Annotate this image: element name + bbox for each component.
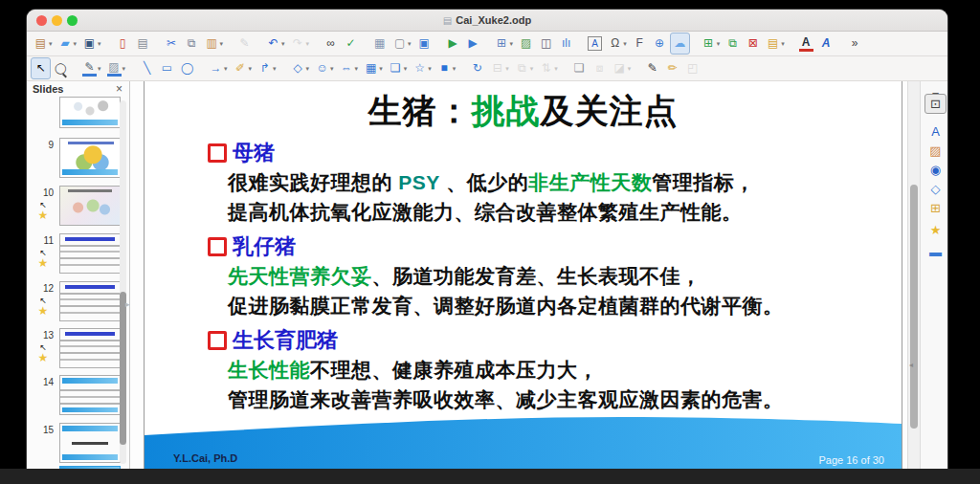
navigator-deck-icon[interactable]: ◉ — [924, 160, 947, 180]
properties-deck-icon[interactable]: ⊡ — [924, 94, 947, 114]
slide-thumbnail-12[interactable]: 12↖★ — [27, 281, 129, 321]
body-text-line[interactable]: 提高机体抗氧化应激能力、综合改善整体繁殖生产性能。 — [208, 197, 878, 227]
export-pdf-button[interactable]: ▯ — [113, 33, 133, 55]
body-text-line[interactable]: 先天性营养欠妥、肠道功能发育差、生长表现不佳， — [208, 261, 878, 291]
panel-splitter-arrow[interactable]: ▸ — [125, 299, 130, 309]
slide-title[interactable]: 生猪：挑战及关注点 — [145, 89, 902, 134]
clone-formatting-button[interactable]: ✎ — [234, 33, 255, 55]
main-scrollbar[interactable]: ◂ — [907, 81, 921, 469]
display-grid-button[interactable]: ▦ — [369, 33, 390, 55]
main-scrollbar-thumb[interactable] — [910, 185, 918, 429]
print-button[interactable]: ▤ — [133, 33, 153, 55]
master-slides-deck-icon[interactable]: ▬ — [924, 242, 947, 262]
align-objects-button[interactable]: ⊟ — [487, 57, 512, 79]
display-views-button[interactable]: ▢ — [390, 33, 414, 55]
curves-and-polygons-button[interactable]: ✐ — [231, 57, 256, 79]
rectangle-button[interactable]: ▭ — [157, 57, 177, 79]
body-text-line[interactable]: 促进肠黏膜正常发育、调整好肠道内各定植菌群的代谢平衡。 — [208, 291, 878, 320]
select-button[interactable]: ↖ — [31, 57, 51, 79]
ellipse-button[interactable]: ◯ — [177, 57, 197, 79]
section-heading[interactable]: 生长育肥猪 — [208, 326, 878, 355]
more-toolbar-options-button[interactable]: » — [845, 33, 865, 55]
fontwork-button[interactable]: F — [630, 33, 650, 55]
slide-thumbnail-9[interactable]: 9 — [27, 138, 129, 178]
slide-thumbnail-10[interactable]: 10↖★ — [27, 186, 129, 226]
distribute-button[interactable]: ⇅ — [536, 57, 561, 79]
crop-image-button[interactable]: ⧈ — [590, 57, 610, 79]
normal-view-button[interactable]: ▣ — [414, 33, 434, 55]
lines-and-arrows-button[interactable]: → — [206, 57, 231, 79]
minimize-window-button[interactable] — [52, 15, 62, 26]
body-text-line[interactable]: 很难实践好理想的 PSY 、低少的非生产性天数管理指标， — [208, 167, 878, 197]
slide-thumbnail-image[interactable] — [59, 233, 121, 274]
slide-thumbnail-image[interactable] — [59, 375, 121, 415]
open-button[interactable]: ▰ — [56, 33, 80, 55]
paste-button[interactable]: ▥ — [202, 33, 227, 55]
slide-thumbnail-image[interactable] — [59, 138, 121, 178]
new-slide-button[interactable]: ⊞ — [699, 33, 724, 55]
gallery-deck-icon[interactable]: ▨ — [924, 141, 947, 161]
font-color-button[interactable]: A — [796, 33, 816, 55]
insert-image-button[interactable]: ▨ — [516, 33, 536, 55]
3d-objects-button[interactable]: ■ — [434, 57, 459, 79]
insert-table-button[interactable]: ⊞ — [492, 33, 517, 55]
show-draw-functions-button[interactable]: ☁ — [670, 33, 690, 55]
zoom-button[interactable]: ◯ — [51, 57, 71, 79]
slide-canvas[interactable]: 生猪：挑战及关注点 母猪很难实践好理想的 PSY 、低少的非生产性天数管理指标，… — [144, 81, 902, 469]
body-text-line[interactable]: 管理肠道来改善营养吸收效率、减少主客观应激因素的危害。 — [208, 385, 878, 414]
find-and-replace-button[interactable]: ∞ — [321, 33, 341, 55]
sidebar-collapse-arrow[interactable]: ◂ — [909, 361, 913, 369]
shadow-button[interactable]: ❏ — [569, 57, 590, 79]
section-heading[interactable]: 母猪 — [208, 139, 878, 167]
flowchart-shapes-button[interactable]: ▦ — [361, 57, 386, 79]
symbol-shapes-button[interactable]: ☺ — [312, 57, 337, 79]
body-text-line[interactable]: 生长性能不理想、健康养殖成本压力大， — [208, 355, 878, 385]
slide-thumbnail-11[interactable]: 11↖★ — [27, 233, 129, 274]
rotate-button[interactable]: ↻ — [467, 57, 487, 79]
basic-shapes-button[interactable]: ◇ — [288, 57, 313, 79]
insert-chart-button[interactable]: ılı — [556, 33, 576, 55]
edit-points-button[interactable]: ✎ — [642, 57, 662, 79]
shapes-deck-icon[interactable]: ◇ — [924, 179, 947, 199]
slide-transition-deck-icon[interactable]: ⊞ — [924, 198, 947, 218]
redo-button[interactable]: ↷ — [288, 33, 313, 55]
slide-thumbnail-13[interactable]: 13↖★ — [27, 328, 129, 368]
toggle-extrusion-button[interactable]: ◰ — [682, 57, 702, 79]
slide-thumbnail-image[interactable] — [59, 423, 121, 463]
slide-thumbnail-image[interactable] — [59, 186, 121, 226]
slide-thumbnail-image[interactable] — [59, 281, 121, 321]
star-shapes-button[interactable]: ☆ — [410, 57, 434, 79]
maximize-window-button[interactable] — [67, 15, 78, 26]
spelling-button[interactable]: ✓ — [341, 33, 361, 55]
slides-panel-scrollbar[interactable] — [120, 100, 126, 464]
connectors-button[interactable]: ↱ — [255, 57, 279, 79]
new-document-button[interactable]: ▤ — [31, 33, 56, 55]
close-window-button[interactable] — [36, 15, 47, 26]
callout-shapes-button[interactable]: ❏ — [386, 57, 411, 79]
styles-deck-icon[interactable]: A — [924, 121, 947, 142]
hyperlink-button[interactable]: ⊕ — [650, 33, 670, 55]
slide-thumbnail-image[interactable] — [59, 328, 121, 368]
slide-thumbnail-15[interactable]: 15 — [27, 423, 129, 463]
slides-panel-close-icon[interactable]: × — [116, 82, 122, 96]
save-button[interactable]: ▣ — [79, 33, 104, 55]
image-filter-button[interactable]: ◪ — [610, 57, 635, 79]
slide-properties-button[interactable]: ▤ — [763, 33, 788, 55]
start-from-current-slide-button[interactable]: ▶ — [463, 33, 483, 55]
delete-slide-button[interactable]: ⊠ — [743, 33, 763, 55]
block-arrows-button[interactable]: ⇔ — [337, 57, 362, 79]
insert-line-button[interactable]: ╲ — [137, 57, 157, 79]
undo-button[interactable]: ↶ — [263, 33, 288, 55]
arrange-button[interactable]: ⧉ — [512, 57, 537, 79]
glue-points-button[interactable]: ✏ — [662, 57, 682, 79]
slide-thumbnail-image[interactable] — [59, 97, 121, 128]
slide-thumbnail-14[interactable]: 14 — [27, 375, 129, 415]
slide-thumbnail[interactable] — [27, 97, 129, 128]
slides-panel-scrollbar-thumb[interactable] — [120, 292, 126, 445]
special-character-button[interactable]: Ω — [605, 33, 630, 55]
insert-text-box-button[interactable]: A — [585, 33, 605, 55]
fill-color-button[interactable]: ▨ — [104, 57, 129, 79]
character-formatting-button[interactable]: A — [816, 33, 836, 55]
section-heading[interactable]: 乳仔猪 — [208, 232, 878, 261]
slide-body-text[interactable]: 母猪很难实践好理想的 PSY 、低少的非生产性天数管理指标，提高机体抗氧化应激能… — [208, 139, 878, 414]
